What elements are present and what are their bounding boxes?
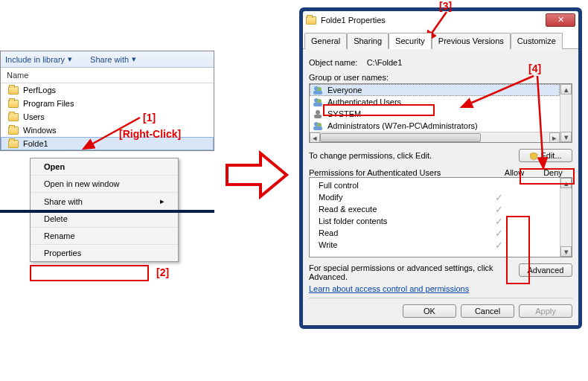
permission-name: Modify [313,193,479,202]
svg-rect-11 [313,127,322,130]
scroll-up-button[interactable]: ▴ [560,178,572,188]
permission-name: List folder contents [313,217,479,225]
tab-sharing[interactable]: Sharing [347,33,389,49]
tab-security[interactable]: Security [389,33,432,49]
folder-label: Folde1 [23,139,48,148]
learn-link[interactable]: Learn about access control and permissio… [309,284,469,293]
menu-properties[interactable]: Properties [31,245,178,261]
menu-open[interactable]: Open [31,159,178,176]
allow-check: ✓ [479,240,518,251]
user-label: SYSTEM [327,109,361,118]
vertical-scrollbar[interactable]: ▴ ▾ [560,178,572,257]
share-with-button[interactable]: Share with ▾ [90,54,136,64]
object-name-value: C:\Folde1 [367,58,403,67]
permission-name: Read [313,228,479,237]
advanced-button[interactable]: Advanced [519,263,572,277]
edit-hint: To change permissions, click Edit. [309,151,432,160]
divider-bar [0,210,214,213]
chevron-up-icon: ▴ [564,179,569,188]
folder-label: Program Files [23,99,74,108]
permission-row: Full control [313,179,557,191]
big-arrow-icon [223,149,290,201]
folder-label: Users [23,112,45,121]
folder-label: Windows [23,126,57,135]
chevron-left-icon: ◂ [313,133,317,142]
user-icon [313,109,323,119]
chevron-down-icon: ▾ [132,54,136,64]
svg-rect-6 [313,103,322,106]
folder-icon [8,127,19,135]
dialog-button-row: OK Cancel Apply [309,298,572,319]
allow-check: ✓ [479,192,518,203]
permission-name: Full control [313,181,479,190]
chevron-right-icon: ▸ [160,196,164,206]
explorer-toolbar: Include in library ▾ Share with ▾ [1,51,214,68]
permission-name: Write [313,240,479,249]
vertical-scrollbar[interactable]: ▴ ▾ [560,84,572,142]
permission-row: Modify✓ [313,191,557,203]
menu-share-with[interactable]: Share with ▸ [31,193,178,211]
chevron-up-icon: ▴ [564,85,569,94]
allow-check: ✓ [479,228,518,239]
annotation-arrow-4 [456,73,552,177]
column-header-name[interactable]: Name [1,68,214,83]
scroll-down-button[interactable]: ▾ [560,132,572,142]
annotation-box-properties [30,265,149,281]
menu-rename[interactable]: Rename [31,228,178,245]
permissions-listbox[interactable]: Full control Modify✓ Read & execute✓ Lis… [309,177,572,257]
folder-icon [8,100,19,108]
close-button[interactable]: ✕ [546,13,575,27]
folder-icon [306,16,316,25]
scroll-up-button[interactable]: ▴ [560,84,572,95]
chevron-down-icon: ▾ [564,247,569,256]
chevron-down-icon: ▾ [564,132,569,141]
tab-general[interactable]: General [304,33,347,49]
advanced-hint: For special permissions or advanced sett… [309,263,510,281]
permission-row: List folder contents✓ [313,215,557,227]
allow-check: ✓ [479,216,518,227]
close-icon: ✕ [557,15,564,24]
permission-row: Read✓ [313,227,557,239]
scroll-down-button[interactable]: ▾ [560,246,572,257]
svg-line-14 [537,76,543,168]
permission-row: Write✓ [313,239,557,251]
menu-delete[interactable]: Delete [31,211,178,228]
toolbar-label: Share with [90,55,129,64]
user-label: Everyone [327,86,362,95]
annotation-arrow-3 [424,10,476,48]
apply-button[interactable]: Apply [519,304,572,318]
svg-line-0 [83,118,140,149]
folder-row[interactable]: PerfLogs [1,83,214,97]
ok-button[interactable]: OK [403,304,456,318]
tab-customize[interactable]: Customize [511,33,563,49]
permission-name: Read & execute [313,205,479,214]
svg-line-13 [461,76,534,107]
user-label: Authenticated Users [327,97,401,106]
users-icon [313,97,323,107]
folder-icon [8,140,19,148]
annotation-2: [2] [156,266,169,278]
include-in-library-button[interactable]: Include in library ▾ [5,54,72,64]
folder-row[interactable]: Program Files [1,97,214,110]
folder-icon [8,86,19,95]
dialog-title: Folde1 Properties [321,16,386,25]
svg-rect-3 [313,91,322,95]
svg-point-7 [316,110,320,115]
allow-check: ✓ [479,204,518,215]
folder-label: PerfLogs [23,86,56,95]
cancel-button[interactable]: Cancel [461,304,514,318]
permission-row: Read & execute✓ [313,203,557,215]
folder-icon [8,113,19,121]
users-icon [313,121,323,131]
toolbar-label: Include in library [5,55,65,64]
users-icon [313,85,323,95]
menu-label: Share with [44,197,83,206]
chevron-right-icon: ▸ [552,133,557,142]
chevron-down-icon: ▾ [68,54,72,64]
menu-open-new-window[interactable]: Open in new window [31,176,178,193]
scroll-left-button[interactable]: ◂ [310,132,320,142]
annotation-arrow-1 [74,113,149,158]
svg-rect-8 [314,115,322,118]
object-name-label: Object name: [309,58,357,67]
